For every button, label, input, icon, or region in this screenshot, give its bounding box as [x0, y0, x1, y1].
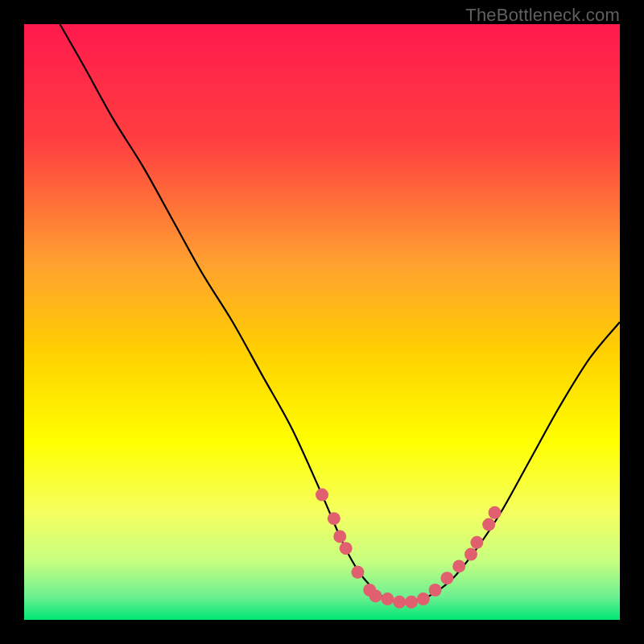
- marker-dot: [452, 559, 465, 572]
- marker-dot: [351, 566, 364, 579]
- marker-dot: [489, 506, 502, 519]
- marker-dot: [340, 542, 353, 555]
- marker-dot: [333, 530, 346, 543]
- marker-dot: [440, 572, 453, 584]
- marker-dot: [316, 489, 328, 502]
- watermark-text: TheBottleneck.com: [465, 5, 620, 26]
- marker-dot: [464, 548, 477, 561]
- marker-dot: [417, 592, 430, 605]
- marker-dot: [405, 596, 418, 609]
- chart-svg: [24, 24, 620, 620]
- marker-dot: [393, 596, 406, 609]
- chart-frame: TheBottleneck.com: [0, 0, 644, 644]
- marker-dot: [482, 518, 495, 531]
- plot-area: [24, 24, 620, 620]
- gradient-background: [24, 24, 620, 620]
- marker-dot: [470, 536, 483, 549]
- marker-dot: [429, 584, 442, 597]
- marker-dot: [369, 589, 382, 602]
- marker-dot: [381, 592, 394, 605]
- marker-dot: [328, 512, 341, 525]
